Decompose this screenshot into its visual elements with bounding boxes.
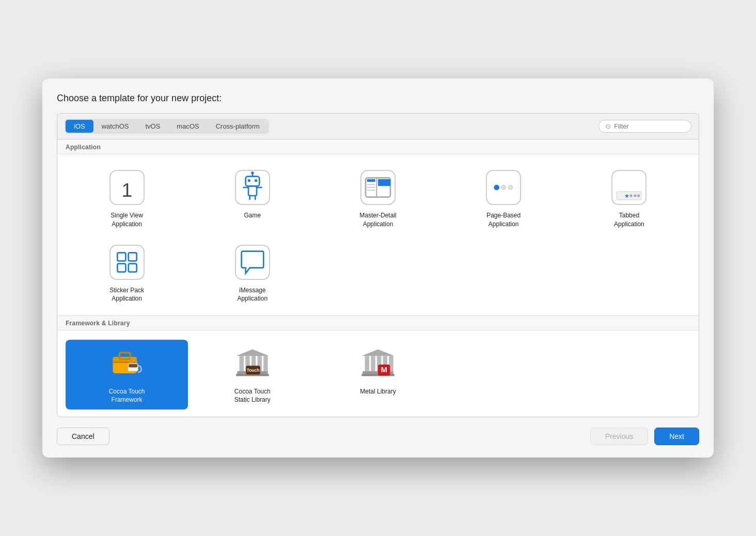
template-imessage[interactable]: iMessageApplication [191,239,313,308]
dialog-title: Choose a template for your new project: [57,93,699,104]
framework-grid: Cocoa TouchFramework [57,330,699,416]
svg-point-37 [132,360,134,362]
tab-tvos[interactable]: tvOS [137,120,168,133]
template-panel: iOS watchOS tvOS macOS Cross-platform ⊙ … [57,113,699,417]
svg-marker-39 [236,350,269,356]
master-detail-label: Master-DetailApplication [359,211,396,228]
section-header-application: Application [57,139,699,154]
svg-rect-50 [365,356,369,371]
tab-ios[interactable]: iOS [66,120,93,133]
filter-icon: ⊙ [605,122,611,130]
svg-rect-28 [117,263,125,272]
svg-text:1: 1 [121,179,132,201]
tab-cross-platform[interactable]: Cross-platform [208,120,268,133]
page-based-label: Page-BasedApplication [486,211,521,228]
svg-point-36 [130,361,132,364]
cocoa-framework-label: Cocoa TouchFramework [109,387,145,404]
application-grid: 1 Single ViewApplication [57,154,699,316]
cocoa-static-label: Cocoa TouchStatic Library [234,387,271,404]
dialog-footer: Cancel Previous Next [57,428,699,445]
previous-button[interactable]: Previous [590,428,648,445]
template-page-based[interactable]: Page-BasedApplication [443,164,565,233]
svg-rect-35 [129,364,137,367]
template-single-view[interactable]: 1 Single ViewApplication [66,164,188,233]
svg-rect-13 [367,179,375,182]
svg-point-25 [637,195,640,197]
filter-input-wrap: ⊙ [598,120,691,133]
svg-rect-27 [128,253,136,261]
template-game[interactable]: Game [191,164,313,233]
game-label: Game [244,211,261,219]
svg-point-20 [508,185,513,191]
svg-point-24 [634,195,637,197]
template-tabbed[interactable]: ★ TabbedApplication [568,164,690,233]
svg-point-23 [630,195,633,197]
svg-point-10 [251,172,254,175]
next-button[interactable]: Next [654,428,699,445]
platform-tabs: iOS watchOS tvOS macOS Cross-platform [65,119,269,134]
svg-text:Touch: Touch [246,368,259,373]
svg-rect-17 [378,179,390,186]
filter-input[interactable] [614,122,676,130]
svg-rect-1 [245,177,259,186]
metal-library-label: Metal Library [360,387,396,396]
template-cocoa-touch-framework[interactable]: Cocoa TouchFramework [66,340,188,409]
game-icon [234,169,271,206]
template-master-detail[interactable]: Master-DetailApplication [317,164,439,233]
template-cocoa-touch-static[interactable]: Touch Cocoa TouchStatic Library [191,340,313,409]
svg-text:★: ★ [624,193,629,199]
svg-point-8 [255,179,257,182]
svg-text:M: M [381,366,387,374]
svg-point-19 [501,185,507,191]
single-view-label: Single ViewApplication [111,211,143,228]
svg-rect-26 [117,253,125,261]
svg-rect-2 [248,186,257,196]
svg-point-38 [135,361,137,364]
svg-marker-49 [361,350,395,356]
sticker-pack-icon [108,244,146,281]
template-metal-library[interactable]: M Metal Library [317,340,439,409]
cocoa-static-icon: Touch [234,345,271,382]
cocoa-framework-icon [108,345,146,382]
new-project-dialog: Choose a template for your new project: … [42,78,714,457]
cancel-button[interactable]: Cancel [57,428,109,445]
page-based-icon [485,169,522,206]
metal-library-icon: M [359,345,397,382]
tabbed-icon: ★ [610,169,648,206]
toolbar: iOS watchOS tvOS macOS Cross-platform ⊙ [57,114,699,139]
imessage-label: iMessageApplication [237,286,267,303]
footer-right: Previous Next [590,428,699,445]
svg-point-18 [494,185,500,191]
tab-macos[interactable]: macOS [168,120,207,133]
svg-rect-40 [239,356,243,371]
svg-rect-29 [128,263,136,272]
svg-rect-44 [263,356,267,371]
svg-point-7 [247,179,250,182]
tab-watchos[interactable]: watchOS [93,120,137,133]
sticker-pack-label: Sticker PackApplication [109,286,144,303]
svg-rect-51 [371,356,375,371]
section-header-framework: Framework & Library [57,316,699,330]
imessage-icon [234,244,271,281]
tabbed-label: TabbedApplication [614,211,644,228]
master-detail-icon [359,169,397,206]
single-view-icon: 1 [108,169,146,206]
template-sticker-pack[interactable]: Sticker PackApplication [66,239,188,308]
